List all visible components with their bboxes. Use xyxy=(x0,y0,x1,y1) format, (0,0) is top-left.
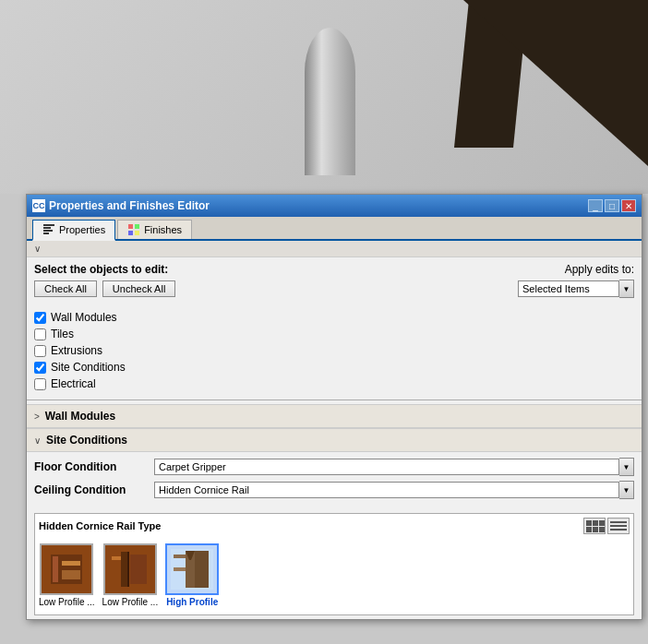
svg-rect-4 xyxy=(128,224,133,229)
svg-rect-7 xyxy=(135,231,139,235)
cornice-item-high-profile[interactable]: High Profile xyxy=(165,543,219,607)
svg-rect-10 xyxy=(53,556,58,582)
maximize-button[interactable]: □ xyxy=(605,199,619,212)
cylinder-pillar xyxy=(305,28,355,175)
cornice-thumb-low-profile-1[interactable] xyxy=(40,543,93,595)
floor-condition-text: Carpet Gripper xyxy=(159,461,226,472)
close-button[interactable]: ✕ xyxy=(621,199,636,212)
svg-rect-0 xyxy=(43,224,54,226)
svg-rect-22 xyxy=(195,551,209,588)
wall-modules-chevron[interactable]: > xyxy=(34,411,40,422)
floor-condition-label: Floor Condition xyxy=(34,460,154,473)
electrical-checkbox[interactable] xyxy=(34,378,46,390)
cornice-label-low-profile-2: Low Profile ... xyxy=(102,597,159,607)
grid-cell-6 xyxy=(599,527,605,532)
dialog-icon: CC xyxy=(32,199,45,212)
title-bar: CC Properties and Finishes Editor _ □ ✕ xyxy=(27,195,642,217)
grid-cell-4 xyxy=(586,527,592,532)
list-view-icon[interactable] xyxy=(607,518,630,534)
tab-properties[interactable]: Properties xyxy=(32,220,115,241)
cornice-thumb-low-profile-2[interactable] xyxy=(103,543,157,595)
site-conditions-checkbox[interactable] xyxy=(34,362,46,374)
cornice-label-low-profile-1: Low Profile ... xyxy=(39,597,95,607)
cornice-item-low-profile-2[interactable]: Low Profile ... xyxy=(102,543,159,607)
properties-tab-label: Properties xyxy=(59,224,105,235)
svg-rect-23 xyxy=(174,567,186,571)
title-controls: _ □ ✕ xyxy=(588,199,636,212)
cornice-items-list: Low Profile ... Low Prof xyxy=(39,540,630,611)
grid-view-icon[interactable] xyxy=(583,518,606,534)
check-buttons-row: Check All Uncheck All xyxy=(34,280,175,297)
wall-modules-section-title: Wall Modules xyxy=(45,410,115,423)
floor-condition-arrow[interactable]: ▼ xyxy=(619,458,634,476)
tiles-checkbox[interactable] xyxy=(34,328,46,340)
svg-rect-6 xyxy=(128,231,133,235)
grid-cell-5 xyxy=(593,527,598,532)
collapse-row[interactable]: ∨ xyxy=(27,241,642,257)
cornice-label-high-profile: High Profile xyxy=(166,597,218,607)
apply-dropdown[interactable]: Selected Items xyxy=(518,280,619,297)
tab-finishes[interactable]: Finishes xyxy=(117,220,192,239)
minimize-button[interactable]: _ xyxy=(588,199,603,212)
cornice-thumb-high-profile[interactable] xyxy=(165,543,219,595)
ceiling-condition-value[interactable]: Hidden Cornice Rail xyxy=(154,482,619,498)
uncheck-all-button[interactable]: Uncheck All xyxy=(102,280,175,297)
svg-rect-12 xyxy=(62,570,80,579)
apply-dropdown-arrow[interactable]: ▼ xyxy=(619,280,634,298)
checkbox-tiles: Tiles xyxy=(34,326,634,342)
divider-1 xyxy=(27,400,642,400)
grid-cell-2 xyxy=(593,520,598,526)
collapse-chevron[interactable]: ∨ xyxy=(34,244,41,254)
site-conditions-props: Floor Condition Carpet Gripper ▼ Ceiling… xyxy=(27,452,642,509)
svg-rect-15 xyxy=(121,552,128,587)
ceiling-condition-row: Ceiling Condition Hidden Cornice Rail ▼ xyxy=(34,481,634,499)
list-line-2 xyxy=(610,525,627,527)
svg-rect-5 xyxy=(135,224,139,229)
wall-modules-section-header[interactable]: > Wall Modules xyxy=(27,404,642,428)
dialog-title: Properties and Finishes Editor xyxy=(49,199,210,212)
check-all-button[interactable]: Check All xyxy=(34,280,97,297)
title-bar-left: CC Properties and Finishes Editor xyxy=(32,199,210,212)
select-objects-label: Select the objects to edit: xyxy=(34,263,168,276)
checkbox-wall-modules: Wall Modules xyxy=(34,309,634,326)
floor-condition-wrap: Carpet Gripper ▼ xyxy=(154,458,634,476)
grid-cell-3 xyxy=(599,520,605,526)
dark-triangle-right xyxy=(463,0,648,166)
cornice-item-low-profile-1[interactable]: Low Profile ... xyxy=(39,543,95,607)
site-conditions-chevron[interactable]: ∨ xyxy=(34,435,41,446)
apply-dropdown-value: Selected Items xyxy=(522,283,590,294)
header-row: Select the objects to edit: Apply edits … xyxy=(27,257,642,280)
ceiling-condition-arrow[interactable]: ▼ xyxy=(619,481,634,499)
svg-rect-16 xyxy=(112,556,121,560)
tiles-label: Tiles xyxy=(51,328,74,340)
svg-rect-17 xyxy=(130,555,147,584)
cornice-title-row: Hidden Cornice Rail Type xyxy=(39,518,630,534)
low-profile-2-svg xyxy=(107,547,153,591)
cornice-type-section: Hidden Cornice Rail Type xyxy=(34,513,634,615)
checkbox-electrical: Electrical xyxy=(34,376,634,392)
properties-finishes-dialog: CC Properties and Finishes Editor _ □ ✕ … xyxy=(26,194,642,620)
ceiling-condition-label: Ceiling Condition xyxy=(34,483,154,496)
svg-rect-21 xyxy=(174,555,186,558)
low-profile-1-svg xyxy=(43,547,90,591)
apply-dropdown-wrap: Selected Items ▼ xyxy=(518,280,634,298)
site-conditions-section-header[interactable]: ∨ Site Conditions xyxy=(27,428,642,452)
wall-modules-checkbox[interactable] xyxy=(34,312,46,324)
list-line-1 xyxy=(610,521,627,523)
svg-rect-1 xyxy=(43,227,51,229)
checkbox-list: Wall Modules Tiles Extrusions Site Condi… xyxy=(27,305,642,396)
properties-tab-icon xyxy=(42,223,55,236)
finishes-tab-label: Finishes xyxy=(144,224,182,235)
dialog-content: ∨ Select the objects to edit: Apply edit… xyxy=(27,241,642,615)
list-line-3 xyxy=(610,529,627,531)
tab-bar: Properties Finishes xyxy=(27,217,642,241)
cornice-view-icons xyxy=(583,518,630,534)
ceiling-condition-text: Hidden Cornice Rail xyxy=(159,484,249,495)
cornice-type-label: Hidden Cornice Rail Type xyxy=(39,520,161,531)
extrusions-label: Extrusions xyxy=(51,344,102,357)
scene-background xyxy=(0,0,648,194)
extrusions-checkbox[interactable] xyxy=(34,345,46,357)
floor-condition-value[interactable]: Carpet Gripper xyxy=(154,459,619,475)
checkbox-extrusions: Extrusions xyxy=(34,342,634,359)
svg-rect-11 xyxy=(62,561,80,566)
